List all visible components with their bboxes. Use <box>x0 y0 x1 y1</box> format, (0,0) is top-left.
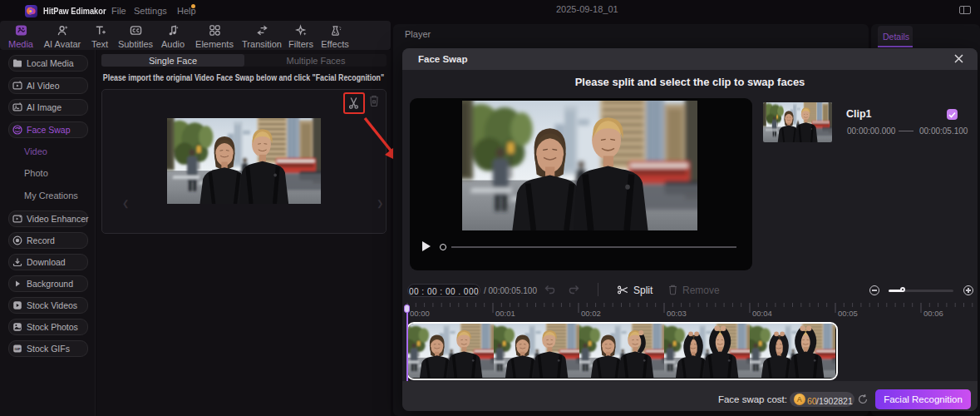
svg-text:00:01: 00:01 <box>495 309 515 318</box>
svg-text:00:05: 00:05 <box>838 309 858 318</box>
svg-text:00:02: 00:02 <box>581 309 601 318</box>
svg-text:00:04: 00:04 <box>752 309 772 318</box>
svg-text:00:00: 00:00 <box>410 309 430 318</box>
svg-text:00:06: 00:06 <box>923 309 943 318</box>
svg-text:00:03: 00:03 <box>667 309 687 318</box>
svg-text:GIF: GIF <box>15 347 21 351</box>
